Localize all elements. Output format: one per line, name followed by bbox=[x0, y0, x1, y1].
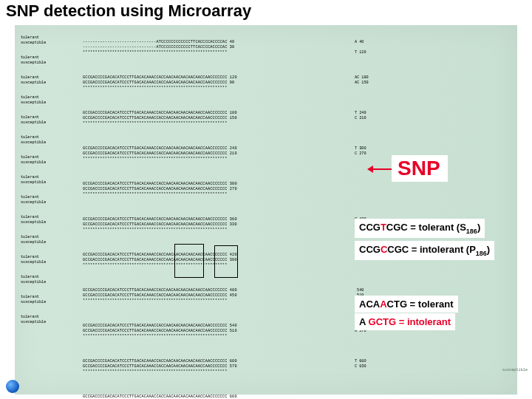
snp-highlight-box-2 bbox=[214, 245, 238, 278]
snp-equation-intolerant-1: CCGCCGC = intolerant (P186) bbox=[355, 241, 494, 260]
snp-equation-tolerant-1: CCGTCGC = tolerant (S186) bbox=[355, 219, 485, 238]
snp-callout: SNP bbox=[392, 155, 448, 182]
snp-arrow-icon bbox=[368, 168, 392, 170]
susceptible-faint-label: susceptible bbox=[502, 368, 528, 372]
snp-highlight-box-1 bbox=[174, 244, 204, 278]
snp-equation-intolerant-2: A GCTG = intolerant bbox=[355, 313, 455, 330]
sequence-column: ------------------------------ATCCCCCCCC… bbox=[83, 30, 237, 399]
slide-title: SNP detection using Microarray bbox=[6, 1, 251, 21]
variant-label-column: tolerantsusceptible tolerantsusceptible … bbox=[21, 35, 46, 335]
snp-text: SNP bbox=[398, 157, 440, 180]
snp-equation-tolerant-2: ACAACTG = tolerant bbox=[355, 296, 458, 313]
alignment-right-continuation: A 40 T 120 AC 180AC 150 T 240C 210 T 300… bbox=[355, 30, 369, 399]
logo-globe-icon bbox=[6, 380, 19, 393]
